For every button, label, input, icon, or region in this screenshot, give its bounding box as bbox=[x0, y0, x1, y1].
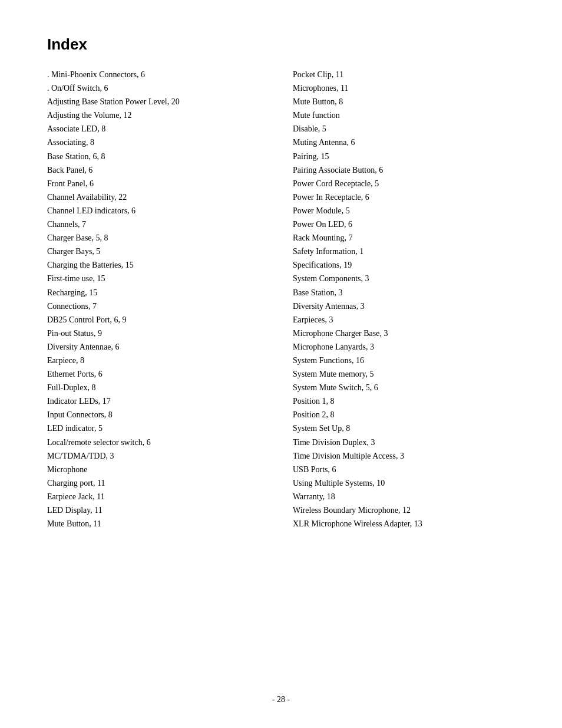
index-entry: System Set Up, 8 bbox=[293, 421, 515, 435]
index-entry: LED indicator, 5 bbox=[47, 421, 269, 435]
index-entry: System Components, 3 bbox=[293, 272, 515, 285]
index-entry: Charging the Batteries, 15 bbox=[47, 258, 269, 272]
index-entry: Front Panel, 6 bbox=[47, 177, 269, 190]
index-entry: Pairing Associate Button, 6 bbox=[293, 163, 515, 177]
index-entry: Charger Base, 5, 8 bbox=[47, 231, 269, 245]
index-entry: Connections, 7 bbox=[47, 299, 269, 313]
page-title: Index bbox=[47, 35, 515, 54]
index-entry: Associating, 8 bbox=[47, 136, 269, 149]
page-footer: - 28 - bbox=[0, 695, 562, 704]
index-entry: Charger Bays, 5 bbox=[47, 245, 269, 258]
index-entry: Input Connectors, 8 bbox=[47, 408, 269, 421]
index-entry: Warranty, 18 bbox=[293, 490, 515, 503]
index-entry: Diversity Antennae, 6 bbox=[47, 340, 269, 354]
index-entry: Adjusting Base Station Power Level, 20 bbox=[47, 95, 269, 108]
index-entry: Position 1, 8 bbox=[293, 394, 515, 408]
index-entry: Safety Information, 1 bbox=[293, 245, 515, 258]
index-entry: Earpiece Jack, 11 bbox=[47, 490, 269, 503]
index-entry: DB25 Control Port, 6, 9 bbox=[47, 313, 269, 327]
index-entry: Recharging, 15 bbox=[47, 286, 269, 299]
index-body: . Mini-Phoenix Connectors, 6. On/Off Swi… bbox=[47, 68, 515, 531]
index-entry: Muting Antenna, 6 bbox=[293, 136, 515, 149]
index-entry: Power Cord Receptacle, 5 bbox=[293, 177, 515, 190]
index-entry: Channel Availability, 22 bbox=[47, 190, 269, 204]
index-entry: Base Station, 6, 8 bbox=[47, 150, 269, 163]
index-entry: Time Division Multiple Access, 3 bbox=[293, 449, 515, 463]
right-column: Pocket Clip, 11Microphones, 11Mute Butto… bbox=[293, 68, 515, 531]
index-entry: Mute Button, 11 bbox=[47, 517, 269, 531]
index-entry: Power On LED, 6 bbox=[293, 218, 515, 231]
index-entry: Microphone Charger Base, 3 bbox=[293, 327, 515, 340]
index-entry: MC/TDMA/TDD, 3 bbox=[47, 449, 269, 463]
index-entry: System Functions, 16 bbox=[293, 354, 515, 367]
index-entry: XLR Microphone Wireless Adapter, 13 bbox=[293, 517, 515, 531]
index-entry: Microphones, 11 bbox=[293, 81, 515, 95]
index-entry: Pocket Clip, 11 bbox=[293, 68, 515, 81]
index-entry: Mute Button, 8 bbox=[293, 95, 515, 108]
index-entry: Back Panel, 6 bbox=[47, 163, 269, 177]
index-entry: System Mute Switch, 5, 6 bbox=[293, 381, 515, 394]
index-entry: Channels, 7 bbox=[47, 218, 269, 231]
index-entry: USB Ports, 6 bbox=[293, 463, 515, 476]
index-entry: Earpieces, 3 bbox=[293, 313, 515, 327]
index-entry: Pin-out Status, 9 bbox=[47, 327, 269, 340]
index-entry: Disable, 5 bbox=[293, 122, 515, 136]
index-entry: Local/remote selector switch, 6 bbox=[47, 436, 269, 449]
page: Index . Mini-Phoenix Connectors, 6. On/O… bbox=[0, 0, 562, 728]
index-entry: Adjusting the Volume, 12 bbox=[47, 108, 269, 122]
index-entry: Microphone Lanyards, 3 bbox=[293, 340, 515, 354]
index-entry: Ethernet Ports, 6 bbox=[47, 367, 269, 381]
index-entry: Charging port, 11 bbox=[47, 476, 269, 490]
left-column: . Mini-Phoenix Connectors, 6. On/Off Swi… bbox=[47, 68, 269, 531]
index-entry: Associate LED, 8 bbox=[47, 122, 269, 136]
index-entry: Microphone bbox=[47, 463, 269, 476]
index-entry: Position 2, 8 bbox=[293, 408, 515, 421]
index-entry: . Mini-Phoenix Connectors, 6 bbox=[47, 68, 269, 81]
index-entry: . On/Off Switch, 6 bbox=[47, 81, 269, 95]
index-entry: Using Multiple Systems, 10 bbox=[293, 476, 515, 490]
index-entry: LED Display, 11 bbox=[47, 503, 269, 517]
index-entry: Diversity Antennas, 3 bbox=[293, 299, 515, 313]
index-entry: Power Module, 5 bbox=[293, 204, 515, 218]
index-entry: Full-Duplex, 8 bbox=[47, 381, 269, 394]
index-entry: Mute function bbox=[293, 108, 515, 122]
index-entry: Specifications, 19 bbox=[293, 258, 515, 272]
index-entry: Pairing, 15 bbox=[293, 150, 515, 163]
index-entry: Channel LED indicators, 6 bbox=[47, 204, 269, 218]
index-entry: Time Division Duplex, 3 bbox=[293, 436, 515, 449]
index-entry: Indicator LEDs, 17 bbox=[47, 394, 269, 408]
index-entry: First-time use, 15 bbox=[47, 272, 269, 285]
index-entry: Base Station, 3 bbox=[293, 286, 515, 299]
index-entry: Power In Receptacle, 6 bbox=[293, 190, 515, 204]
index-entry: Earpiece, 8 bbox=[47, 354, 269, 367]
index-entry: System Mute memory, 5 bbox=[293, 367, 515, 381]
index-entry: Wireless Boundary Microphone, 12 bbox=[293, 503, 515, 517]
index-entry: Rack Mounting, 7 bbox=[293, 231, 515, 245]
